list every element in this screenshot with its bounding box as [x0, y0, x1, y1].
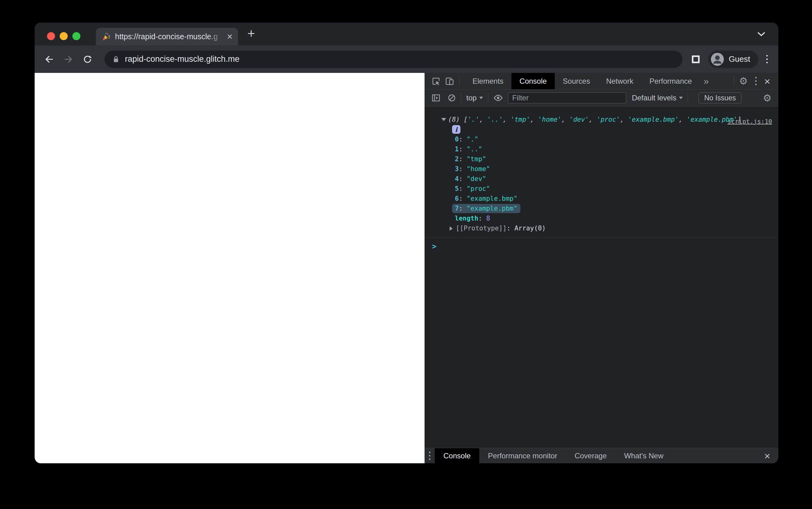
url-text: rapid-concise-muscle.glitch.me: [125, 54, 240, 64]
entry-index: 0: [455, 136, 459, 143]
entry-colon: :: [459, 145, 467, 153]
tab-title: https://rapid-concise-muscle.g: [115, 32, 223, 41]
devtools-tab-sources[interactable]: Sources: [555, 73, 598, 89]
new-tab-button[interactable]: +: [247, 26, 255, 41]
divider: [459, 77, 460, 86]
prototype-row[interactable]: [[Prototype]]: Array(0): [425, 223, 778, 233]
browser-menu-icon[interactable]: [766, 55, 768, 63]
array-entry-7[interactable]: 7: "example.pbm": [425, 204, 778, 213]
avatar: [711, 53, 724, 66]
entry-index: 3: [455, 165, 459, 173]
preview-item: 'example.pbm': [686, 116, 737, 123]
drawer-menu-icon[interactable]: [429, 451, 431, 460]
console-message: script.js:10 (8) ['.', '..', 'tmp', 'hom…: [425, 114, 778, 238]
array-entry-6[interactable]: 6: "example.bmp": [425, 194, 778, 204]
devtools-panel: ElementsConsoleSourcesNetworkPerformance…: [425, 73, 778, 463]
preview-count: (8) [: [448, 116, 468, 123]
page-viewport[interactable]: [35, 73, 425, 463]
more-tabs-icon[interactable]: »: [704, 76, 709, 87]
profile-name: Guest: [729, 54, 750, 64]
preview-item: '.': [468, 116, 479, 123]
entry-colon: :: [459, 155, 467, 163]
browser-toolbar: rapid-concise-muscle.glitch.me Guest: [35, 45, 778, 73]
browser-tab[interactable]: https://rapid-concise-muscle.g ×: [96, 28, 238, 45]
preview-separator: ,: [479, 116, 487, 123]
entry-value: "proc": [467, 185, 490, 193]
drawer-tab-what-s-new[interactable]: What's New: [615, 448, 672, 463]
devtools-tab-elements[interactable]: Elements: [464, 73, 511, 89]
console-output[interactable]: script.js:10 (8) ['.', '..', 'tmp', 'hom…: [425, 107, 778, 448]
array-entry-4[interactable]: 4: "dev": [425, 174, 778, 184]
preview-item: '..': [487, 116, 503, 123]
preview-separator: ,: [620, 116, 628, 123]
tab-strip: https://rapid-concise-muscle.g × +: [35, 23, 778, 45]
collapse-triangle-icon[interactable]: [441, 118, 446, 121]
back-icon[interactable]: [44, 54, 55, 65]
devtools-tab-performance[interactable]: Performance: [641, 73, 700, 89]
drawer-tab-performance-monitor[interactable]: Performance monitor: [479, 448, 566, 463]
console-toolbar: top Default levels No Issues ⚙: [425, 90, 778, 107]
console-prompt[interactable]: >: [425, 238, 778, 251]
chevron-down-icon: [479, 97, 483, 99]
settings-gear-icon[interactable]: ⚙: [739, 76, 748, 86]
array-entry-0[interactable]: 0: ".": [425, 134, 778, 144]
devtools-tab-console[interactable]: Console: [511, 73, 555, 89]
clear-console-icon[interactable]: [447, 94, 456, 102]
devtools-menu-icon[interactable]: [755, 77, 757, 85]
preview-item: 'proc': [597, 116, 620, 123]
drawer-tab-coverage[interactable]: Coverage: [566, 448, 615, 463]
array-entry-5[interactable]: 5: "proc": [425, 184, 778, 194]
entry-index: 7: [455, 205, 459, 212]
entry-value: "..": [467, 145, 482, 153]
side-panel-icon[interactable]: [691, 55, 700, 64]
context-selector[interactable]: top: [466, 94, 483, 102]
tab-close-icon[interactable]: ×: [227, 32, 232, 41]
devtools-tab-network[interactable]: Network: [598, 73, 641, 89]
entry-colon: :: [459, 195, 467, 202]
drawer-tab-console[interactable]: Console: [435, 448, 479, 463]
array-length-row[interactable]: length: 8: [425, 213, 778, 223]
drawer-close-icon[interactable]: ×: [764, 451, 770, 461]
filter-input[interactable]: [508, 92, 626, 103]
window-content: ElementsConsoleSourcesNetworkPerformance…: [35, 73, 778, 463]
device-toolbar-icon[interactable]: [445, 77, 454, 86]
issues-button[interactable]: No Issues: [698, 92, 741, 103]
preview-item: 'example.bmp': [628, 116, 679, 123]
array-entry-3[interactable]: 3: "home": [425, 164, 778, 174]
divider: [688, 93, 688, 103]
array-preview-text: (8) ['.', '..', 'tmp', 'home', 'dev', 'p…: [448, 116, 741, 123]
tab-search-chevron-icon[interactable]: [757, 32, 765, 38]
evaluated-info-row: i: [425, 125, 778, 134]
traffic-lights: [47, 32, 81, 40]
reload-icon[interactable]: [82, 54, 93, 65]
divider: [734, 77, 734, 86]
entry-colon: :: [459, 175, 467, 182]
array-entry-1[interactable]: 1: "..": [425, 144, 778, 154]
minimize-window-button[interactable]: [60, 32, 68, 40]
maximize-window-button[interactable]: [72, 32, 81, 40]
preview-separator: ,: [679, 116, 686, 123]
live-expression-eye-icon[interactable]: [493, 93, 503, 103]
close-window-button[interactable]: [47, 32, 55, 40]
inspect-element-icon[interactable]: [431, 77, 441, 86]
forward-icon: [63, 54, 73, 65]
preview-separator: ,: [530, 116, 538, 123]
entry-colon: :: [459, 185, 467, 193]
entry-colon: :: [459, 205, 467, 212]
console-sidebar-icon[interactable]: [431, 93, 441, 103]
profile-button[interactable]: Guest: [709, 50, 758, 68]
browser-window: https://rapid-concise-muscle.g × +: [35, 23, 778, 463]
entry-colon: :: [459, 136, 467, 143]
entry-value: "tmp": [467, 155, 486, 163]
devtools-drawer: ConsolePerformance monitorCoverageWhat's…: [425, 448, 778, 463]
expand-triangle-icon[interactable]: [449, 227, 453, 231]
array-preview-row: (8) ['.', '..', 'tmp', 'home', 'dev', 'p…: [425, 114, 778, 125]
devtools-close-icon[interactable]: ×: [764, 76, 770, 87]
preview-separator: ,: [589, 116, 596, 123]
array-entry-2[interactable]: 2: "tmp": [425, 154, 778, 164]
devtools-tabbar: ElementsConsoleSourcesNetworkPerformance…: [425, 73, 778, 90]
address-bar[interactable]: rapid-concise-muscle.glitch.me: [104, 50, 682, 68]
console-settings-gear-icon[interactable]: ⚙: [763, 93, 772, 103]
preview-item: 'dev': [569, 116, 589, 123]
log-levels-selector[interactable]: Default levels: [632, 94, 683, 102]
